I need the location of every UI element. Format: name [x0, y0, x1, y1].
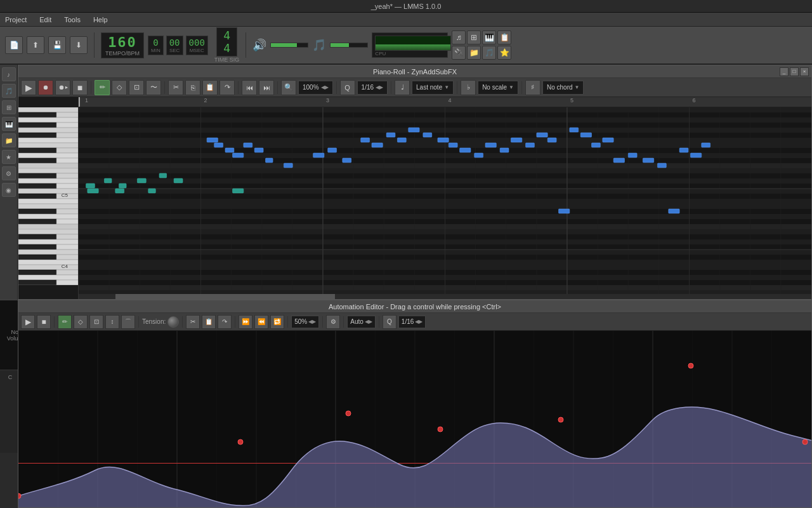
- ae-curve-svg: [18, 331, 811, 507]
- time-msec-value: 000: [189, 37, 205, 48]
- pr-quantize-btn[interactable]: Q: [340, 80, 355, 95]
- ruler-4: 4: [449, 97, 452, 104]
- sidebar-icon-1[interactable]: ♪: [2, 67, 16, 81]
- pr-select-mode[interactable]: ◇: [112, 80, 127, 95]
- maximize-button[interactable]: □: [790, 67, 799, 76]
- sidebar-icon-4[interactable]: 🎹: [2, 117, 16, 131]
- pr-draw-mode[interactable]: ✏: [95, 80, 110, 95]
- control-point-1: [18, 493, 21, 498]
- pr-cut-button[interactable]: ✂: [168, 80, 183, 95]
- sidebar-icon-7[interactable]: ⚙: [2, 166, 16, 180]
- minimize-button[interactable]: _: [780, 67, 789, 76]
- pr-scale-dropdown[interactable]: No scale ▼: [478, 81, 518, 95]
- sidebar-icon-6[interactable]: ★: [2, 150, 16, 164]
- ae-sep-5: [287, 316, 288, 328]
- pr-record-button[interactable]: ⏺: [38, 80, 53, 95]
- ae-paste[interactable]: 📋: [202, 315, 216, 329]
- ae-curve-area[interactable]: [18, 331, 811, 507]
- pr-play-button[interactable]: ▶: [21, 80, 36, 95]
- song-editor-btn[interactable]: ♬: [452, 30, 466, 44]
- ae-loop[interactable]: 🔁: [270, 315, 284, 329]
- svg-rect-59: [137, 178, 146, 183]
- project-notes-btn[interactable]: 📋: [497, 30, 511, 44]
- ae-quantize-dropdown[interactable]: 1/16 ◀▶: [398, 316, 426, 328]
- control-point-2: [238, 439, 243, 444]
- ae-skip-fwd[interactable]: ⏩: [239, 315, 252, 329]
- menu-bar: Project Edit Tools Help: [0, 13, 812, 27]
- pr-skip-to-end[interactable]: ⏭: [259, 80, 274, 95]
- svg-rect-99: [628, 153, 637, 157]
- ae-percent-dropdown[interactable]: 50% ◀▶: [291, 316, 319, 328]
- open-button[interactable]: ⬆: [27, 36, 44, 54]
- ae-draw-mode[interactable]: ✏: [58, 315, 72, 329]
- svg-rect-102: [669, 209, 679, 213]
- pr-skip-to-start[interactable]: ⏮: [242, 80, 257, 95]
- grid-svg: [79, 107, 811, 294]
- save-button[interactable]: 💾: [48, 36, 66, 54]
- ae-curve-mode[interactable]: ⌒: [121, 315, 135, 329]
- piano-roll-titlebar: Piano-Roll - ZynAddSubFX _ □ ×: [18, 65, 811, 78]
- pr-detuning-mode[interactable]: 〜: [146, 80, 161, 95]
- time-msec-label: MSEC: [189, 48, 205, 53]
- pr-erase-mode[interactable]: ⊡: [129, 80, 144, 95]
- pr-quantize-dropdown[interactable]: 1/16 ◀▶: [357, 81, 388, 95]
- chord-arrow: ▼: [575, 84, 580, 90]
- piano-keys: C5 C4: [18, 97, 79, 299]
- pr-redo-button[interactable]: ↷: [219, 80, 235, 95]
- my-samples-btn[interactable]: 🎵: [482, 46, 496, 60]
- beat-bassline-btn[interactable]: ⊞: [467, 30, 481, 44]
- ae-play-button[interactable]: ▶: [21, 315, 35, 329]
- note-area[interactable]: [79, 107, 811, 294]
- pr-paste-button[interactable]: 📋: [202, 80, 218, 95]
- ae-stop-button[interactable]: ■: [37, 315, 51, 329]
- ae-percent-value: 50%: [294, 318, 307, 325]
- ae-titlebar: Automation Editor - Drag a control while…: [18, 300, 811, 313]
- master-vol-slider[interactable]: [270, 43, 308, 48]
- sidebar-icon-2[interactable]: 🎵: [2, 84, 16, 98]
- pr-note-length-dropdown[interactable]: Last note ▼: [412, 81, 454, 95]
- sidebar-icon-3[interactable]: ⊞: [2, 100, 16, 114]
- tempo-display[interactable]: 160 TEMPO/BPM: [101, 32, 144, 58]
- close-button[interactable]: ×: [800, 67, 809, 76]
- ae-flip[interactable]: ↷: [218, 315, 232, 329]
- pr-zoom-dropdown[interactable]: 100% ◀▶: [298, 81, 333, 95]
- export-button[interactable]: ⬇: [70, 36, 88, 54]
- master-pitch-slider[interactable]: [330, 43, 368, 48]
- instrument-plugins-btn[interactable]: 🔌: [452, 46, 466, 60]
- pr-scale-icon: ♭: [461, 80, 476, 95]
- pr-chord-dropdown[interactable]: No chord ▼: [542, 81, 584, 95]
- my-projects-btn[interactable]: 📁: [467, 46, 481, 60]
- pr-copy-button[interactable]: ⎘: [185, 80, 200, 95]
- sidebar-icon-5[interactable]: 📁: [2, 133, 16, 147]
- my-presets-btn[interactable]: ⭐: [497, 46, 511, 60]
- menu-project[interactable]: Project: [3, 15, 29, 25]
- svg-rect-67: [254, 148, 263, 152]
- pr-toolbar: ▶ ⏺ ⏺▶ ■ ✏ ◇ ⊡ 〜 ✂ ⎘ 📋 ↷ ⏮ ⏭ 🔍 100% ◀▶ Q…: [18, 78, 811, 97]
- sidebar-icon-8[interactable]: ◉: [2, 183, 16, 197]
- pr-hscrollbar-thumb[interactable]: [115, 294, 336, 299]
- piano-roll-btn[interactable]: 🎹: [482, 30, 496, 44]
- new-button[interactable]: 📄: [5, 36, 23, 54]
- scale-value: No scale: [482, 84, 507, 91]
- ae-erase-mode[interactable]: ◇: [74, 315, 88, 329]
- ae-quantize-value: 1/16: [402, 318, 414, 325]
- pr-zoom-button[interactable]: 🔍: [281, 80, 296, 95]
- master-pitch-icon: 🎵: [312, 38, 326, 52]
- menu-help[interactable]: Help: [91, 15, 110, 25]
- pr-hscrollbar[interactable]: [79, 294, 811, 299]
- svg-rect-81: [460, 148, 471, 152]
- ae-tension-knob[interactable]: [167, 316, 179, 328]
- pr-stop-button[interactable]: ■: [72, 80, 88, 95]
- ae-settings[interactable]: ⚙: [326, 315, 340, 329]
- ae-auto-dropdown[interactable]: Auto ◀▶: [347, 316, 376, 328]
- pr-record-while-playing[interactable]: ⏺▶: [55, 80, 70, 95]
- note-grid[interactable]: 1 2 3 4 5 6: [79, 97, 811, 299]
- app-title: _yeah* — LMMS 1.0.0: [371, 3, 442, 10]
- ae-skip-back[interactable]: ⏪: [254, 315, 268, 329]
- menu-tools[interactable]: Tools: [62, 15, 83, 25]
- ae-flip-v[interactable]: ↕: [105, 315, 119, 329]
- ae-flip-h[interactable]: ⊡: [89, 315, 103, 329]
- menu-edit[interactable]: Edit: [37, 15, 54, 25]
- ae-cut[interactable]: ✂: [186, 315, 200, 329]
- ae-quantize-btn[interactable]: Q: [383, 315, 396, 329]
